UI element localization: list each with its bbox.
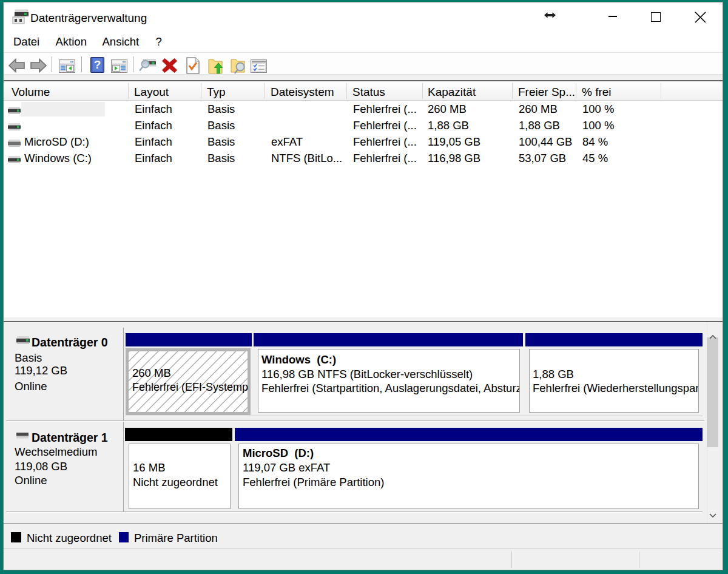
svg-text:?: ?: [94, 58, 101, 71]
